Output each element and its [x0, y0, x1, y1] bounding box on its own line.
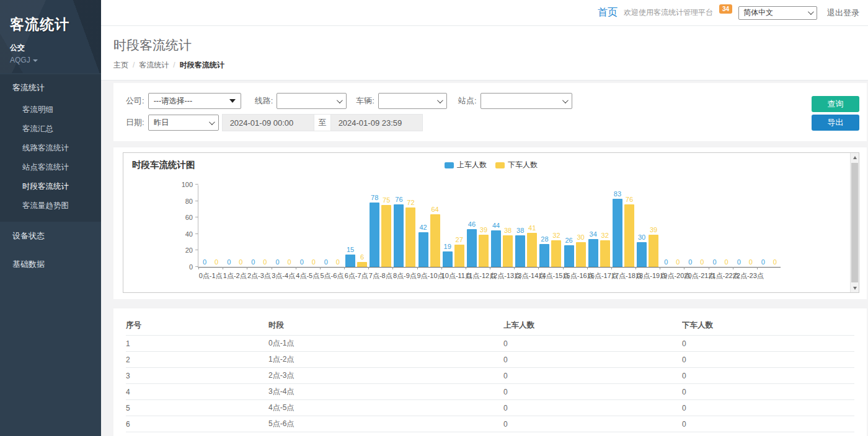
bar[interactable]: [491, 230, 501, 267]
chevron-down-icon: [437, 97, 443, 103]
bar-wrap: 39: [479, 185, 489, 267]
scroll-up-arrow[interactable]: [851, 153, 859, 162]
bar[interactable]: [357, 262, 367, 267]
bar-group: 303918点-19点: [636, 185, 660, 267]
bar-group: 005点-6点: [320, 185, 344, 267]
bar-value-label: 0: [324, 259, 328, 266]
breadcrumb-current: 时段客流统计: [180, 61, 224, 69]
language-select[interactable]: 简体中文: [738, 6, 817, 20]
date-preset-select[interactable]: 昨日: [148, 115, 219, 131]
bar[interactable]: [515, 235, 525, 267]
sidebar-subitem[interactable]: 站点客流统计: [0, 158, 101, 177]
sidebar-item-device-status[interactable]: 设备状态: [0, 222, 101, 250]
bar-wrap: 0: [309, 185, 319, 267]
bar-value-label: 15: [347, 246, 354, 253]
breadcrumb-section[interactable]: 客流统计: [139, 61, 169, 69]
bar[interactable]: [503, 235, 513, 267]
sidebar-subitem[interactable]: 客流量趋势图: [0, 196, 101, 216]
company-label: 公司:: [126, 95, 144, 107]
table-cell: 4点-5点: [268, 403, 503, 413]
nav-section-stats: 客流统计 客流明细客流汇总线路客流统计站点客流统计时段客流统计客流量趋势图: [0, 74, 101, 222]
bar[interactable]: [637, 242, 647, 267]
table-cell: 0: [503, 372, 682, 380]
logout-link[interactable]: 退出登录: [827, 7, 859, 19]
bar[interactable]: [370, 203, 379, 267]
bar[interactable]: [600, 240, 610, 267]
vehicle-select[interactable]: [378, 93, 447, 109]
bar-value-label: 0: [203, 259, 206, 266]
bar[interactable]: [527, 233, 537, 267]
table-header-row: 序号 时段 上车人数 下车人数: [126, 316, 854, 336]
y-axis-label: 0: [170, 263, 193, 271]
breadcrumb-home[interactable]: 主页: [113, 61, 128, 69]
bar-wrap: 0: [321, 185, 331, 267]
bar-wrap: 38: [515, 185, 525, 267]
column-header-boarding: 上车人数: [503, 320, 682, 331]
bar[interactable]: [443, 251, 453, 267]
bar[interactable]: [430, 214, 440, 267]
date-to-input[interactable]: 2024-01-09 23:59: [331, 115, 422, 131]
bar[interactable]: [624, 204, 634, 267]
bar[interactable]: [454, 245, 464, 267]
bar-group: 443812点-13点: [490, 185, 514, 267]
user-dropdown[interactable]: AQGJ: [10, 56, 91, 64]
bar-value-label: 0: [688, 259, 692, 266]
chevron-down-icon: [562, 97, 568, 103]
bar[interactable]: [394, 204, 404, 267]
bar[interactable]: [381, 205, 391, 267]
bar-group: 343216点-17点: [587, 185, 611, 267]
y-axis-label: 80: [170, 198, 193, 205]
station-select[interactable]: [480, 93, 572, 109]
app-window: 客流统计 公交 AQGJ 客流统计 客流明细客流汇总线路客流统计站点客流统计时段…: [0, 0, 868, 436]
query-button[interactable]: 查询: [812, 96, 859, 112]
bar-value-label: 0: [737, 259, 741, 266]
sidebar-subitem[interactable]: 线路客流统计: [0, 139, 101, 158]
sidebar-subitem[interactable]: 客流汇总: [0, 120, 101, 139]
bar[interactable]: [539, 244, 549, 267]
chart-scrollbar[interactable]: [850, 153, 859, 292]
bar[interactable]: [649, 235, 658, 267]
bar[interactable]: [613, 199, 622, 267]
bar-value-label: 0: [215, 259, 218, 266]
bar[interactable]: [588, 239, 598, 267]
brand-title: 客流统计: [10, 15, 91, 34]
bar-value-label: 41: [528, 225, 536, 232]
sidebar-subitem[interactable]: 客流明细: [0, 100, 101, 120]
bar-wrap: 30: [576, 185, 586, 267]
sidebar-item-base-data[interactable]: 基础数据: [0, 250, 101, 279]
column-header-alighting: 下车人数: [682, 320, 854, 331]
date-preset-value: 昨日: [154, 118, 169, 128]
line-label: 线路:: [255, 95, 273, 107]
scroll-down-arrow[interactable]: [851, 284, 859, 292]
bar-value-label: 42: [419, 224, 427, 231]
company-select[interactable]: ---请选择---: [148, 93, 241, 109]
bar-wrap: 0: [333, 185, 343, 267]
sidebar-subitem[interactable]: 时段客流统计: [0, 177, 101, 196]
home-link[interactable]: 首页: [598, 6, 618, 19]
scrollbar-thumb[interactable]: [851, 163, 858, 282]
export-button[interactable]: 导出: [812, 115, 859, 131]
bar-wrap: 42: [418, 185, 428, 267]
breadcrumb-separator: /: [173, 61, 175, 69]
bar[interactable]: [405, 207, 415, 267]
bar[interactable]: [345, 255, 355, 267]
bar-value-label: 83: [614, 191, 621, 198]
bar-value-label: 0: [749, 259, 753, 266]
x-axis-label: 1点-2点: [223, 271, 247, 281]
org-label: 公交: [10, 43, 91, 53]
bar[interactable]: [467, 229, 477, 267]
bar[interactable]: [479, 235, 489, 267]
bar[interactable]: [551, 240, 561, 267]
legend-item-alighting[interactable]: 下车人数: [495, 160, 538, 170]
date-from-input[interactable]: 2024-01-09 00:00: [223, 115, 314, 131]
sidebar-item-stats[interactable]: 客流统计: [0, 74, 101, 100]
bar[interactable]: [564, 245, 574, 267]
bar[interactable]: [418, 232, 428, 267]
line-select[interactable]: [277, 93, 347, 109]
legend-item-boarding[interactable]: 上车人数: [445, 160, 487, 170]
bar-value-label: 39: [480, 227, 487, 233]
bar[interactable]: [576, 242, 586, 267]
bar-value-label: 30: [638, 234, 645, 241]
bar-value-label: 0: [312, 259, 316, 266]
chevron-down-icon: [808, 9, 814, 15]
